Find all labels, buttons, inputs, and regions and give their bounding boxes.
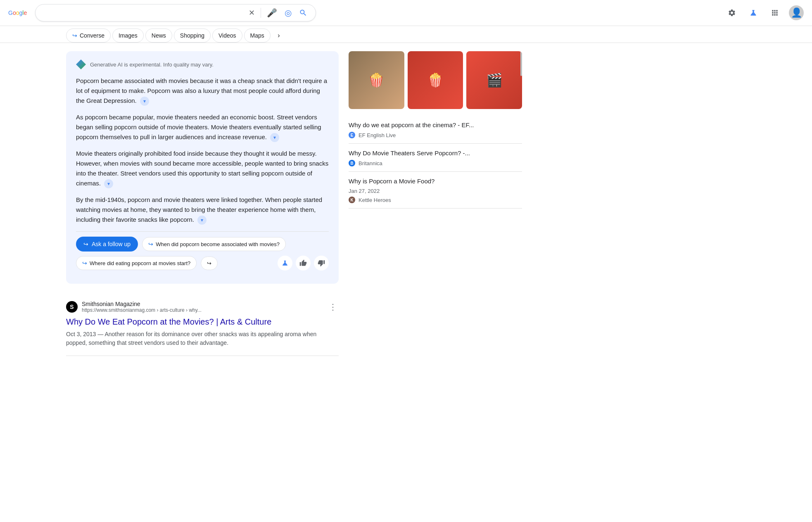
source-card-britannica[interactable]: Why Do Movie Theaters Serve Popcorn? -..… [349,144,522,172]
labs-action-icon[interactable] [278,256,292,270]
tab-videos[interactable]: Videos [212,28,242,43]
source-card-kettle[interactable]: Why is Popcorn a Movie Food? Jan 27, 202… [349,172,522,209]
chip2-arrow-icon: ↪ [82,260,87,266]
result-more-button[interactable]: ⋮ [327,300,339,313]
ai-answer-box: Generative AI is experimental. Info qual… [66,51,339,284]
apps-icon[interactable] [767,5,782,20]
ai-paragraph-3: Movie theaters originally prohibited foo… [76,149,329,188]
header: Google why is popcorn associated with mo… [0,0,812,26]
converse-arrow-icon: ↪ [72,32,77,39]
result-link-smithsonian[interactable]: Why Do We Eat Popcorn at the Movies? | A… [66,316,339,327]
image-card-1[interactable]: 🍿 [349,51,404,109]
search-submit-button[interactable] [297,9,309,17]
tab-converse-label: Converse [80,32,104,39]
tab-shopping[interactable]: Shopping [174,28,211,43]
main-content: Generative AI is experimental. Info qual… [0,43,578,364]
chip-more-arrow-icon: ↪ [207,260,211,266]
site-url: https://www.smithsonianmag.com › arts-cu… [82,307,323,313]
source-card-ef-title: Why do we eat popcorn at the cinema? - E… [349,121,522,129]
ai-paragraph-1: Popcorn became associated with movies be… [76,76,329,106]
tab-images[interactable]: Images [112,28,144,43]
source-card-britannica-title: Why Do Movie Theaters Serve Popcorn? -..… [349,149,522,157]
source-favicon-britannica: B [349,160,355,166]
web-result-smithsonian: S Smithsonian Magazine https://www.smith… [66,292,339,356]
followup-chip-2[interactable]: ↪ Where did eating popcorn at movies sta… [76,256,197,270]
site-favicon-letter: S [70,304,74,310]
ai-notice-text: Generative AI is experimental. Info qual… [90,62,214,68]
source-favicon-kettle: K [349,197,355,203]
result-snippet-dash: — [97,331,104,337]
image-card-3[interactable]: 🎬 [466,51,522,109]
image-placeholder-2: 🍿 [408,51,463,109]
site-favicon-smithsonian: S [66,301,78,313]
tab-maps[interactable]: Maps [244,28,271,43]
expand-btn-2[interactable]: ▾ [270,133,279,142]
source-card-ef-meta: E EF English Live [349,132,522,138]
source-name-britannica: Britannica [359,160,382,166]
source-card-ef[interactable]: Why do we eat popcorn at the cinema? - E… [349,116,522,144]
followup-arrow-icon: ↪ [83,241,88,247]
header-right: 👤 [724,5,804,20]
source-card-kettle-meta: K Kettle Heroes [349,197,522,203]
nav-tabs: ↪ Converse Images News Shopping Videos M… [0,26,812,43]
thumbs-down-button[interactable] [314,256,329,270]
source-card-kettle-title: Why is Popcorn a Movie Food? [349,177,522,185]
logo-e: e [24,9,27,16]
followup-chip-more[interactable]: ↪ [201,256,218,270]
followup-chip-1-label: When did popcorn become associated with … [156,241,280,247]
logo-g: G [8,9,13,16]
left-column: Generative AI is experimental. Info qual… [66,51,339,356]
image-placeholder-3: 🎬 [466,51,522,109]
right-column: 🍿 🍿 🎬 Why do we eat popcorn at the cinem… [349,51,522,356]
tab-shopping-label: Shopping [180,32,204,39]
logo-o1: o [13,9,16,16]
clear-button[interactable]: ✕ [247,8,256,17]
tab-images-label: Images [119,32,138,39]
avatar[interactable]: 👤 [789,5,804,20]
web-result-header: S Smithsonian Magazine https://www.smith… [66,300,339,313]
followup-primary-label: Ask a follow up [92,241,131,247]
more-tabs-button[interactable]: › [272,29,285,42]
search-input[interactable]: why is popcorn associated with movies [42,9,243,17]
tab-news-label: News [152,32,166,39]
result-snippet: Oct 3, 2013 — Another reason for its dom… [66,330,339,347]
site-info: Smithsonian Magazine https://www.smithso… [82,301,323,313]
ai-gem-icon [76,59,86,69]
ai-paragraph-2: As popcorn became popular, movie theater… [76,112,329,142]
microphone-icon[interactable]: 🎤 [265,8,279,18]
followup-actions [278,256,329,270]
followup-chip-1[interactable]: ↪ When did popcorn become associated wit… [142,237,286,251]
ask-followup-button[interactable]: ↪ Ask a follow up [76,237,138,252]
tab-videos-label: Videos [218,32,236,39]
tab-news[interactable]: News [145,28,172,43]
expand-btn-1[interactable]: ▾ [140,97,149,106]
google-logo[interactable]: Google [8,9,27,16]
source-name-kettle: Kettle Heroes [359,197,391,203]
expand-btn-4[interactable]: ▾ [197,216,207,225]
ai-paragraph-4: By the mid-1940s, popcorn and movie thea… [76,195,329,225]
source-date-kettle: Jan 27, 2022 [349,188,522,194]
chip1-arrow-icon: ↪ [148,241,153,247]
site-name: Smithsonian Magazine [82,301,323,307]
image-card-2[interactable]: 🍿 [408,51,463,109]
labs-icon[interactable] [746,5,761,20]
source-name-ef: EF English Live [359,132,396,138]
image-cards-row: 🍿 🍿 🎬 [349,51,522,109]
source-cards: Why do we eat popcorn at the cinema? - E… [349,116,522,209]
result-date: Oct 3, 2013 [66,331,96,337]
source-card-britannica-meta: B Britannica [349,160,522,166]
lens-icon[interactable]: ◎ [283,8,293,18]
image-placeholder-1: 🍿 [349,51,404,109]
thumbs-up-button[interactable] [296,256,311,270]
source-favicon-ef: E [349,132,355,138]
ai-header: Generative AI is experimental. Info qual… [76,59,329,69]
expand-btn-3[interactable]: ▾ [104,179,113,188]
scroll-indicator [520,51,522,76]
search-bar[interactable]: why is popcorn associated with movies ✕ … [35,4,316,21]
settings-icon[interactable] [724,5,739,20]
followup-bar: ↪ Ask a follow up ↪ When did popcorn bec… [76,231,329,275]
tab-converse[interactable]: ↪ Converse [66,28,111,43]
tab-maps-label: Maps [250,32,264,39]
followup-chip-2-label: Where did eating popcorn at movies start… [90,260,190,266]
